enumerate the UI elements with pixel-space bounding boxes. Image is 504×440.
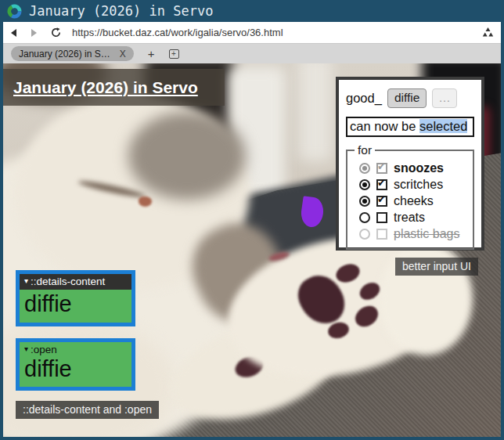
tab-january-2026[interactable]: January (2026) in S… X — [11, 46, 134, 61]
radio-scritches[interactable] — [359, 179, 370, 190]
back-icon — [11, 29, 16, 37]
browser-window: January (2026) in Servo https://bucket.d… — [0, 0, 504, 440]
titlebar: January (2026) in Servo — [0, 0, 504, 22]
details-summary-label: :open — [31, 344, 57, 355]
option-row-treats: treats — [359, 210, 468, 225]
diffie-button[interactable]: diffie — [387, 88, 427, 108]
url-bar[interactable]: https://bucket.daz.cat/work/igalia/servo… — [72, 27, 474, 38]
input-text: can now be — [350, 119, 419, 133]
details-content-box: ▾::details-content diffie — [16, 270, 135, 326]
option-label-snoozes: snoozes — [394, 161, 444, 175]
checkbox-scritches[interactable] — [376, 179, 387, 190]
radio-plastic-bags[interactable] — [359, 229, 370, 240]
option-row-snoozes: snoozes — [359, 160, 468, 175]
new-window-plus-icon: + — [171, 50, 176, 58]
checkbox-plastic-bags[interactable] — [376, 229, 387, 240]
photo-cat-nose — [139, 197, 152, 207]
checkbox-treats[interactable] — [376, 212, 387, 223]
option-label-plastic-bags: plastic bags — [394, 227, 460, 241]
details-content: diffie — [20, 290, 131, 323]
menu-button[interactable] — [474, 27, 501, 38]
photo-post — [299, 63, 332, 161]
radio-snoozes[interactable] — [359, 163, 370, 174]
details-open-box: ▾:open diffie — [16, 338, 135, 391]
input-demo-row: good_ diffie … — [346, 88, 474, 108]
input-text-selected: selected — [419, 119, 467, 133]
option-label-cheeks: cheeks — [394, 194, 434, 208]
details-summary[interactable]: ▾::details-content — [20, 274, 131, 290]
details-summary-label: ::details-content — [31, 276, 105, 287]
forward-icon — [31, 29, 37, 37]
forward-button[interactable] — [23, 29, 44, 37]
text-input[interactable]: can now be selected — [346, 117, 474, 137]
checkbox-snoozes[interactable] — [376, 163, 387, 174]
details-caption: ::details-content and :open — [16, 401, 159, 419]
radio-treats[interactable] — [359, 212, 370, 223]
option-label-treats: treats — [394, 211, 425, 225]
option-row-cheeks: cheeks — [359, 193, 468, 208]
reload-button[interactable] — [44, 27, 67, 38]
tab-close-button[interactable]: X — [120, 49, 126, 60]
new-tab-button[interactable]: + — [148, 48, 155, 60]
back-button[interactable] — [3, 29, 23, 37]
details-summary[interactable]: ▾:open — [20, 342, 131, 355]
checkbox-cheeks[interactable] — [376, 196, 387, 207]
fieldset-legend: for — [355, 143, 375, 157]
ellipsis-button[interactable]: … — [432, 88, 457, 108]
details-content: diffie — [20, 355, 131, 387]
window-title: January (2026) in Servo — [29, 3, 213, 19]
triangle-down-icon: ▾ — [24, 344, 28, 353]
text-prefix: good_ — [346, 91, 382, 106]
radio-cheeks[interactable] — [359, 196, 370, 207]
triangle-down-icon: ▾ — [24, 276, 28, 285]
for-fieldset: for snoozes scritches cheeks — [346, 143, 474, 250]
input-demo-panel: good_ diffie … can now be selected for s… — [336, 77, 484, 251]
reload-icon — [50, 27, 62, 38]
page-viewport: January (2026) in Servo good_ diffie … c… — [3, 63, 501, 437]
tab-title: January (2026) in S… — [19, 49, 110, 60]
option-row-plastic-bags: plastic bags — [359, 226, 468, 241]
tabbar: January (2026) in S… X + + — [3, 44, 501, 63]
option-row-scritches: scritches — [359, 177, 468, 192]
page-title: January (2026) in Servo — [3, 69, 225, 106]
photo-cat-head-markings — [128, 112, 246, 200]
servo-logo-icon — [7, 4, 22, 19]
new-window-button[interactable]: + — [169, 49, 179, 59]
toolbar: https://bucket.daz.cat/work/igalia/servo… — [3, 22, 501, 44]
input-ui-caption: better input UI — [395, 258, 478, 276]
option-label-scritches: scritches — [394, 178, 443, 192]
trefoil-menu-icon — [482, 27, 494, 38]
